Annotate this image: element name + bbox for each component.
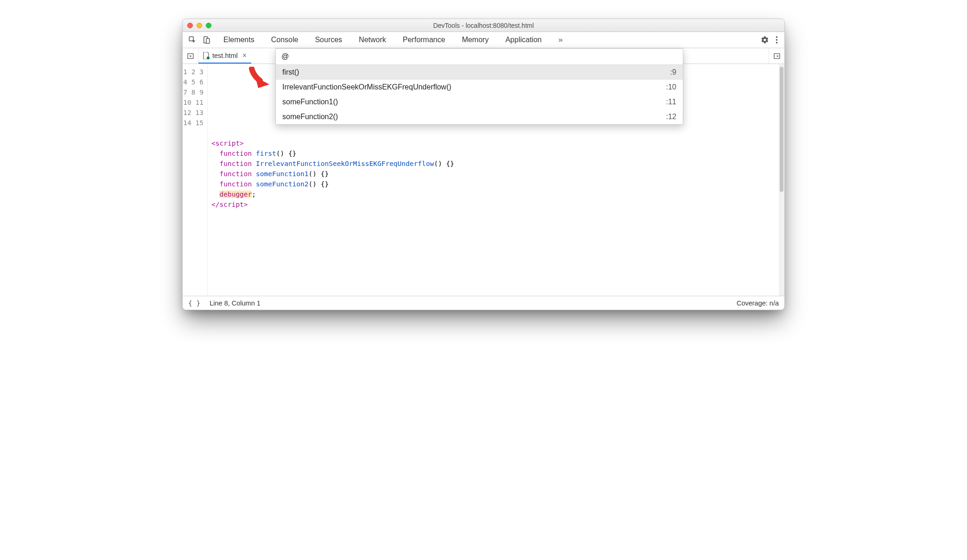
quickopen-item-line: :9 bbox=[670, 68, 676, 76]
quickopen-item-line: :11 bbox=[666, 98, 676, 106]
debugger-pane-toggle[interactable] bbox=[769, 48, 784, 64]
vertical-scrollbar[interactable] bbox=[779, 64, 784, 296]
settings-button[interactable] bbox=[761, 36, 769, 44]
quickopen-item[interactable]: IrrelevantFunctionSeekOrMissEKGFreqUnder… bbox=[276, 80, 683, 95]
inspect-element-button[interactable] bbox=[185, 32, 199, 48]
tab-elements[interactable]: Elements bbox=[222, 32, 256, 48]
quickopen-item-line: :12 bbox=[666, 113, 676, 121]
zoom-window-button[interactable] bbox=[206, 23, 211, 28]
svg-rect-2 bbox=[206, 38, 210, 44]
cursor-position: Line 8, Column 1 bbox=[210, 299, 261, 307]
more-menu-button[interactable] bbox=[776, 36, 778, 44]
tab-sources[interactable]: Sources bbox=[313, 32, 344, 48]
tab-application[interactable]: Application bbox=[503, 32, 543, 48]
quickopen-input[interactable]: @ bbox=[276, 49, 683, 65]
scrollbar-thumb[interactable] bbox=[780, 67, 783, 192]
svg-point-4 bbox=[776, 39, 778, 41]
svg-marker-10 bbox=[776, 55, 778, 57]
navigator-toggle-button[interactable] bbox=[183, 48, 198, 64]
close-window-button[interactable] bbox=[187, 23, 193, 28]
quickopen-results: first() :9 IrrelevantFunctionSeekOrMissE… bbox=[276, 65, 683, 124]
tab-memory[interactable]: Memory bbox=[460, 32, 490, 48]
svg-point-3 bbox=[776, 36, 778, 38]
quickopen-item-label: IrrelevantFunctionSeekOrMissEKGFreqUnder… bbox=[282, 83, 452, 91]
pretty-print-button[interactable]: { } bbox=[188, 299, 200, 307]
svg-marker-7 bbox=[190, 55, 191, 57]
tab-network[interactable]: Network bbox=[357, 32, 388, 48]
window-title: DevTools - localhost:8080/test.html bbox=[183, 22, 784, 29]
svg-point-8 bbox=[207, 56, 210, 59]
coverage-status: Coverage: n/a bbox=[737, 299, 779, 307]
main-toolbar: Elements Console Sources Network Perform… bbox=[183, 32, 784, 48]
quickopen-item-label: first() bbox=[282, 68, 299, 76]
devtools-window: DevTools - localhost:8080/test.html Elem… bbox=[182, 19, 785, 310]
titlebar: DevTools - localhost:8080/test.html bbox=[183, 19, 784, 32]
tab-console[interactable]: Console bbox=[269, 32, 300, 48]
close-file-tab-button[interactable]: × bbox=[242, 51, 247, 60]
file-icon bbox=[203, 52, 210, 59]
chevron-double-right-icon: » bbox=[558, 35, 560, 45]
svg-point-5 bbox=[776, 42, 778, 44]
minimize-window-button[interactable] bbox=[197, 23, 202, 28]
quickopen-item[interactable]: first() :9 bbox=[276, 65, 683, 80]
statusbar: { } Line 8, Column 1 Coverage: n/a bbox=[183, 296, 784, 310]
window-controls bbox=[187, 23, 211, 28]
quickopen-item-label: someFunction1() bbox=[282, 98, 338, 106]
line-number-gutter: 1 2 3 4 5 6 7 8 9 10 11 12 13 14 15 bbox=[183, 64, 208, 296]
quickopen-item-label: someFunction2() bbox=[282, 113, 338, 121]
quickopen-item[interactable]: someFunction2() :12 bbox=[276, 109, 683, 124]
tab-overflow[interactable]: » bbox=[556, 32, 562, 48]
quickopen-item[interactable]: someFunction1() :11 bbox=[276, 95, 683, 109]
file-tab-label: test.html bbox=[212, 52, 238, 59]
device-toggle-button[interactable] bbox=[199, 32, 213, 48]
tab-performance[interactable]: Performance bbox=[401, 32, 447, 48]
panel-tabs: Elements Console Sources Network Perform… bbox=[222, 32, 761, 48]
file-tab-test-html[interactable]: test.html × bbox=[198, 48, 251, 64]
sources-subbar: test.html × @ first() :9 IrrelevantFunct… bbox=[183, 48, 784, 64]
quickopen-panel: @ first() :9 IrrelevantFunctionSeekOrMis… bbox=[275, 48, 683, 125]
quickopen-item-line: :10 bbox=[666, 83, 676, 91]
